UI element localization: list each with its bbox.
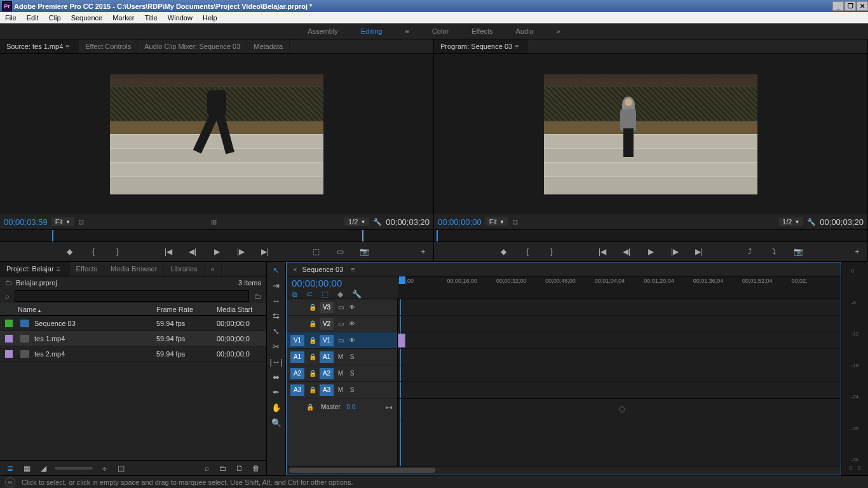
overwrite-icon[interactable]: ▭ [335, 247, 345, 257]
step-forward-icon[interactable]: |▶ [670, 247, 680, 257]
source-tab[interactable]: Source: tes 1.mp4≡ [0, 39, 79, 53]
libraries-tab[interactable]: Libraries [164, 262, 204, 276]
program-resolution-dropdown[interactable]: 1/2▼ [778, 217, 803, 226]
effects-tab[interactable]: Effects [70, 262, 104, 276]
new-bin-icon[interactable]: 🗀 [218, 463, 228, 473]
project-row[interactable]: tes 1.mp4 59.94 fps 00;00;00;0 [0, 331, 266, 346]
scrollbar-thumb[interactable] [289, 468, 435, 473]
program-wrench-icon[interactable]: 🔧 [807, 218, 816, 226]
program-ruler[interactable] [434, 229, 867, 242]
freeform-view-icon[interactable]: ◢ [38, 463, 48, 473]
solo-right[interactable]: S [858, 465, 861, 475]
panel-menu-icon[interactable]: ≡ [348, 266, 357, 273]
timeline-scrollbar[interactable] [287, 466, 841, 475]
source-safe-margins-icon[interactable]: ⊡ [78, 218, 84, 226]
eye-icon[interactable]: 👁 [348, 304, 356, 311]
play-icon[interactable]: ▶ [212, 247, 222, 257]
lock-icon[interactable]: 🔒 [308, 370, 317, 377]
source-patch-a2[interactable]: A2 [290, 368, 304, 379]
source-patch-a3[interactable]: A3 [290, 384, 304, 396]
label-swatch[interactable] [5, 335, 13, 342]
menu-edit[interactable]: Edit [22, 14, 44, 22]
solo-icon[interactable]: S [348, 386, 356, 393]
workspace-editing[interactable]: Editing [361, 27, 383, 35]
menu-file[interactable]: File [0, 14, 22, 22]
go-to-in-icon[interactable]: |◀ [163, 247, 173, 257]
mark-out-icon[interactable]: } [112, 247, 123, 257]
export-frame-icon[interactable]: 📷 [359, 247, 369, 257]
rolling-edit-tool-icon[interactable]: ⇆ [269, 310, 283, 322]
pen-tool-icon[interactable]: ✒ [269, 386, 283, 398]
timeline-track-area[interactable] [398, 299, 841, 466]
go-to-out-icon[interactable]: ▶| [260, 247, 270, 257]
menu-help[interactable]: Help [198, 14, 222, 22]
lock-icon[interactable]: 🔒 [308, 386, 317, 393]
lift-icon[interactable]: ⤴ [745, 247, 755, 257]
ripple-edit-tool-icon[interactable]: ↔ [269, 295, 283, 306]
mark-in-icon[interactable]: { [88, 247, 98, 257]
mute-icon[interactable]: M [336, 353, 345, 360]
automate-icon[interactable]: ◫ [116, 463, 126, 473]
eye-icon[interactable]: 👁 [348, 337, 356, 344]
settings-icon[interactable]: 🔧 [352, 290, 362, 299]
program-tab[interactable]: Program: Sequence 03≡ [434, 39, 528, 53]
project-row[interactable]: Sequence 03 59.94 fps 00;00;00;0 [0, 316, 266, 331]
menu-marker[interactable]: Marker [107, 14, 139, 22]
hand-tool-icon[interactable]: ✋ [269, 402, 283, 413]
track-header-v3[interactable]: 🔒 V3 ▭ 👁 [287, 299, 397, 316]
source-patch-a1[interactable]: A1 [290, 351, 304, 363]
timeline-ruler[interactable]: ;00;0000;00;16;0000;00;32;0000;00;48;000… [398, 276, 841, 299]
button-editor-icon[interactable]: + [418, 247, 428, 257]
mute-icon[interactable]: M [336, 370, 345, 377]
toggle-output-icon[interactable]: ▭ [336, 337, 345, 344]
cc-sync-icon[interactable]: ∞ [5, 477, 15, 487]
clear-icon[interactable]: 🗑 [251, 463, 261, 473]
col-framerate[interactable]: Frame Rate [156, 306, 217, 313]
solo-icon[interactable]: S [348, 353, 356, 360]
menu-clip[interactable]: Clip [44, 14, 66, 22]
button-editor-icon[interactable]: + [852, 247, 862, 257]
slip-tool-icon[interactable]: |↔| [269, 356, 283, 367]
source-ruler[interactable] [0, 229, 433, 242]
metadata-tab[interactable]: Metadata [247, 39, 290, 53]
icon-view-icon[interactable]: ▦ [22, 463, 32, 473]
razor-tool-icon[interactable]: ✂ [269, 341, 283, 352]
zoom-tool-icon[interactable]: 🔍 [269, 417, 283, 428]
toggle-output-icon[interactable]: ▭ [336, 304, 345, 311]
col-name[interactable]: Name ▴ [5, 306, 156, 313]
timeline-clip[interactable] [398, 334, 405, 348]
mute-icon[interactable]: M [336, 386, 345, 393]
lock-icon[interactable]: 🔒 [308, 304, 317, 311]
add-marker-icon[interactable]: ⬚ [322, 290, 329, 299]
snap-icon[interactable]: ⧉ [292, 290, 297, 299]
lock-icon[interactable]: 🔒 [308, 320, 317, 327]
close-button[interactable]: ✕ [857, 1, 868, 11]
maximize-button[interactable]: ❐ [844, 1, 856, 11]
project-search-input[interactable] [15, 290, 249, 302]
program-timecode-left[interactable]: 00;00;00;00 [438, 217, 482, 227]
playhead-icon[interactable] [399, 276, 405, 284]
source-wrench-icon[interactable]: 🔧 [373, 218, 382, 226]
track-header-a1[interactable]: A1 🔒 A1 M S [287, 349, 397, 365]
workspace-overflow-icon[interactable]: » [557, 27, 560, 35]
menu-title[interactable]: Title [139, 14, 162, 22]
source-fit-dropdown[interactable]: Fit▼ [51, 217, 74, 226]
source-patch-v1[interactable]: V1 [290, 335, 304, 346]
filter-bin-icon[interactable]: 🗀 [254, 292, 261, 300]
source-timecode-left[interactable]: 00;00;03;59 [4, 217, 48, 227]
sort-icon[interactable]: ⟐ [99, 463, 109, 473]
close-sequence-icon[interactable]: × [293, 266, 297, 273]
workspace-menu-icon[interactable]: ≡ [405, 27, 409, 35]
label-swatch[interactable] [5, 350, 13, 358]
program-safe-margins-icon[interactable]: ⊡ [512, 218, 518, 226]
workspace-assembly[interactable]: Assembly [308, 27, 338, 35]
selection-tool-icon[interactable]: ↖ [269, 264, 283, 276]
linked-selection-icon[interactable]: ⊂ [306, 290, 313, 299]
go-to-in-icon[interactable]: |◀ [597, 247, 607, 257]
effect-controls-tab[interactable]: Effect Controls [79, 39, 138, 53]
add-marker-icon[interactable]: ◆ [498, 247, 508, 257]
track-header-a2[interactable]: A2 🔒 A2 M S [287, 365, 397, 382]
lock-icon[interactable]: 🔒 [306, 403, 315, 410]
insert-icon[interactable]: ⬚ [311, 247, 321, 257]
play-icon[interactable]: ▶ [646, 247, 656, 257]
